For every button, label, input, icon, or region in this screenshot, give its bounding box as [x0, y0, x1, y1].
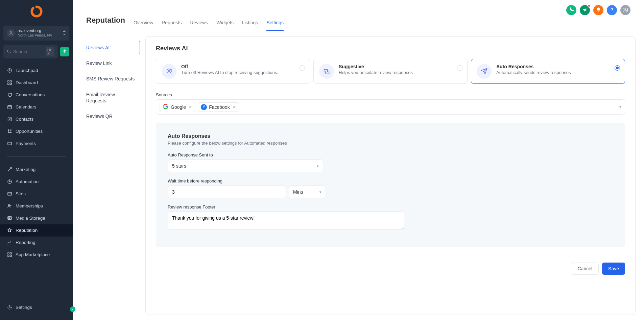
search-input[interactable]	[13, 49, 44, 54]
gear-icon	[7, 304, 12, 310]
reputation-icon	[7, 228, 12, 233]
sidebar-item-reputation[interactable]: Reputation	[0, 224, 73, 237]
svg-line-3	[10, 52, 11, 53]
chevron-down-icon: ▾	[319, 190, 321, 194]
notifications-button[interactable]	[593, 5, 603, 15]
sidebar-item-app-marketplace[interactable]: App Marketplace	[0, 249, 73, 261]
sidebar-item-settings[interactable]: Settings	[0, 301, 73, 313]
sidebar-item-dashboard[interactable]: Dashboard	[0, 77, 73, 89]
media-storage-icon	[7, 216, 12, 221]
sidebar-item-reporting[interactable]: Reporting	[0, 237, 73, 249]
sidebar-item-label: Settings	[16, 305, 32, 310]
notification-dot	[588, 4, 591, 7]
remove-chip-icon[interactable]: ✕	[233, 105, 236, 109]
nav-divider	[7, 156, 66, 157]
opportunities-icon	[7, 129, 12, 134]
radio-icon	[457, 65, 462, 71]
cancel-button[interactable]: Cancel	[571, 263, 599, 275]
main-area: JM Reputation OverviewRequestsReviewsWid…	[73, 0, 644, 320]
sent-to-select[interactable]: 5 stars ▾	[168, 159, 323, 172]
wait-value-input[interactable]	[168, 186, 286, 198]
sidebar-item-label: Contacts	[16, 117, 33, 122]
radio-icon	[615, 65, 620, 71]
google-icon	[163, 103, 169, 110]
launchpad-icon	[7, 68, 12, 73]
svg-point-20	[10, 205, 11, 206]
svg-point-14	[8, 132, 9, 133]
sidebar-item-payments[interactable]: Payments	[0, 138, 73, 150]
marketing-icon	[7, 167, 12, 172]
subnav-item-email-review-requests[interactable]: Email Review Requests	[81, 88, 140, 107]
subnav-item-review-link[interactable]: Review Link	[81, 57, 140, 70]
sources-select[interactable]: Google ✕ f Facebook ✕ ▾	[156, 99, 625, 115]
subnav-item-reviews-qr[interactable]: Reviews QR	[81, 110, 140, 123]
option-card-off[interactable]: OffTurn off Reviews AI to stop receiving…	[156, 59, 310, 84]
subnav-item-reviews-ai[interactable]: Reviews AI	[81, 41, 140, 54]
bolt-icon	[62, 49, 67, 54]
user-avatar[interactable]: JM	[620, 5, 630, 15]
remove-chip-icon[interactable]: ✕	[189, 105, 192, 109]
location-selector[interactable]: realevent.org North Las Vegas, NV	[3, 26, 69, 41]
auto-responses-config: Auto Responses Please configure the belo…	[156, 123, 625, 247]
collapse-sidebar-button[interactable]: ‹	[70, 306, 75, 312]
sidebar-item-conversations[interactable]: Conversations	[0, 89, 73, 101]
sidebar-item-label: Conversations	[16, 92, 45, 97]
tab-listings[interactable]: Listings	[242, 15, 258, 31]
chip-label: Google	[171, 104, 186, 110]
sidebar-item-sites[interactable]: Sites	[0, 188, 73, 200]
svg-rect-16	[7, 142, 11, 145]
sidebar-item-automation[interactable]: Automation	[0, 176, 73, 188]
facebook-icon: f	[201, 104, 207, 110]
quick-action-button[interactable]	[60, 47, 69, 56]
sources-label: Sources	[156, 92, 625, 97]
chevron-down-icon: ▾	[619, 105, 621, 109]
source-chip-facebook[interactable]: f Facebook ✕	[198, 102, 239, 112]
svg-rect-24	[10, 253, 11, 254]
tab-overview[interactable]: Overview	[134, 15, 153, 31]
sidebar-item-label: Calendars	[16, 104, 37, 109]
tab-settings[interactable]: Settings	[266, 15, 284, 31]
config-heading: Auto Responses	[168, 133, 613, 139]
megaphone-icon	[582, 7, 588, 13]
help-button[interactable]	[607, 5, 617, 15]
option-card-suggestive[interactable]: SuggestiveHelps you articulate review re…	[313, 59, 468, 84]
source-chip-google[interactable]: Google ✕	[160, 102, 195, 112]
wait-label: Wait time before responding	[168, 178, 613, 183]
tab-reviews[interactable]: Reviews	[190, 15, 208, 31]
wait-unit-value: Mins	[293, 189, 303, 195]
svg-rect-25	[7, 255, 9, 256]
option-card-auto-responses[interactable]: Auto ResponsesAutomatically sends review…	[471, 59, 625, 84]
footer-textarea[interactable]	[168, 212, 404, 230]
wait-unit-select[interactable]: Mins ▾	[289, 186, 326, 198]
sidebar-item-media-storage[interactable]: Media Storage	[0, 212, 73, 224]
page-title: Reputation	[86, 16, 125, 31]
sidebar-item-contacts[interactable]: Contacts	[0, 113, 73, 125]
sidebar-item-calendars[interactable]: Calendars	[0, 101, 73, 113]
settings-subnav: Reviews AIReview LinkSMS Review Requests…	[81, 36, 140, 315]
contacts-icon	[7, 117, 12, 122]
svg-rect-0	[35, 9, 37, 14]
announce-button[interactable]	[580, 5, 590, 15]
sidebar-item-opportunities[interactable]: Opportunities	[0, 125, 73, 138]
save-button[interactable]: Save	[602, 263, 625, 275]
sidebar-item-memberships[interactable]: Memberships	[0, 200, 73, 212]
svg-rect-8	[10, 83, 11, 84]
radio-icon	[300, 65, 305, 71]
page-header: Reputation OverviewRequestsReviewsWidget…	[73, 15, 644, 31]
search-box[interactable]: ctrl K	[3, 45, 58, 58]
calendars-icon	[7, 104, 12, 110]
logo-icon	[30, 5, 43, 19]
subnav-item-sms-review-requests[interactable]: SMS Review Requests	[81, 72, 140, 85]
tab-widgets[interactable]: Widgets	[216, 15, 234, 31]
tab-requests[interactable]: Requests	[162, 15, 182, 31]
svg-rect-7	[7, 83, 9, 84]
svg-rect-23	[7, 253, 9, 254]
option-desc: Helps you articulate review responses	[339, 70, 462, 75]
svg-rect-18	[7, 192, 11, 195]
svg-point-1	[10, 31, 12, 33]
phone-button[interactable]	[566, 5, 576, 15]
sites-icon	[7, 191, 12, 197]
svg-rect-26	[10, 255, 11, 256]
sidebar-item-marketing[interactable]: Marketing	[0, 164, 73, 176]
sidebar-item-launchpad[interactable]: Launchpad	[0, 65, 73, 77]
